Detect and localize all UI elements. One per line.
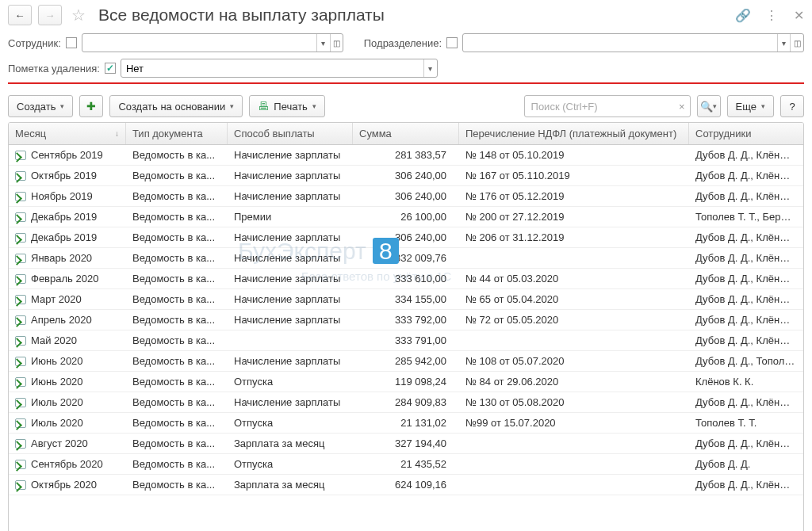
- cell-method: Начисление зарплаты: [228, 269, 353, 288]
- dept-filter-input[interactable]: [463, 37, 777, 49]
- cell-ndfl: [459, 454, 689, 474]
- cell-ndfl: № 167 от 05.110.2019: [459, 166, 689, 185]
- close-icon[interactable]: ✕: [794, 8, 804, 23]
- cell-sum: 21 435,52: [353, 454, 459, 474]
- cell-type: Ведомость в ка...: [126, 248, 228, 268]
- cell-ndfl: № 148 от 05.10.2019: [459, 145, 689, 165]
- delmark-filter-combo[interactable]: ▾: [121, 59, 438, 78]
- nav-forward-button[interactable]: →: [38, 5, 62, 25]
- print-button[interactable]: 🖶 Печать ▾: [249, 95, 325, 117]
- link-icon[interactable]: 🔗: [735, 8, 751, 23]
- search-box[interactable]: ×: [524, 95, 691, 117]
- table-row[interactable]: Июль 2020Ведомость в ка...Начисление зар…: [9, 392, 803, 413]
- col-header-employees[interactable]: Сотрудники: [689, 123, 802, 144]
- create-button[interactable]: Создать ▾: [8, 95, 73, 117]
- cell-sum: 26 100,00: [353, 207, 459, 227]
- employee-filter-checkbox[interactable]: [66, 37, 77, 48]
- document-icon: [15, 212, 26, 222]
- delmark-combo-dropdown-icon[interactable]: ▾: [423, 59, 437, 77]
- table-row[interactable]: Февраль 2020Ведомость в ка...Начисление …: [9, 269, 803, 289]
- dept-combo-open-icon[interactable]: ◫: [790, 34, 803, 52]
- table-row[interactable]: Март 2020Ведомость в ка...Начисление зар…: [9, 289, 803, 310]
- find-button[interactable]: 🔍▾: [697, 95, 721, 117]
- delmark-filter-input[interactable]: [121, 63, 423, 74]
- cell-month: Июль 2020: [9, 413, 126, 433]
- cell-employees: Клёнов К. К.: [689, 372, 802, 392]
- cell-month: Май 2020: [9, 330, 126, 350]
- cell-employees: Дубов Д. Д., Клёнов К.: [689, 434, 802, 453]
- cell-employees: Дубов Д. Д., Клёнов К.: [689, 186, 802, 206]
- more-button-label: Еще: [736, 101, 756, 113]
- search-clear-icon[interactable]: ×: [674, 101, 690, 113]
- kebab-menu-icon[interactable]: ⋮: [765, 8, 778, 23]
- cell-employees: Дубов Д. Д.: [689, 454, 802, 474]
- cell-method: Начисление зарплаты: [228, 392, 353, 412]
- delmark-filter-label: Пометка удаления:: [8, 63, 100, 74]
- table-row[interactable]: Май 2020Ведомость в ка...333 791,00Дубов…: [9, 330, 803, 351]
- cell-employees: Дубов Д. Д., Клёнов К.: [689, 248, 802, 268]
- employee-combo-dropdown-icon[interactable]: ▾: [316, 34, 329, 52]
- document-icon: [15, 439, 26, 449]
- cell-employees: Дубов Д. Д., Клёнов К.: [689, 166, 802, 185]
- cell-method: [228, 330, 353, 350]
- printer-icon: 🖶: [258, 100, 269, 113]
- cell-sum: 306 240,00: [353, 227, 459, 247]
- cell-sum: 333 792,00: [353, 310, 459, 330]
- cell-ndfl: № 206 от 31.12.2019: [459, 227, 689, 247]
- document-icon: [15, 192, 26, 201]
- cell-month: Октябрь 2020: [9, 475, 126, 495]
- cell-type: Ведомость в ка...: [126, 454, 228, 474]
- cell-method: Начисление зарплаты: [228, 351, 353, 371]
- create-document-button[interactable]: ✚: [79, 95, 103, 117]
- employee-combo-open-icon[interactable]: ◫: [330, 34, 343, 52]
- document-icon: [15, 336, 26, 346]
- table-row[interactable]: Декабрь 2019Ведомость в ка...Премии26 10…: [9, 207, 803, 227]
- col-header-month[interactable]: Месяц↓: [9, 123, 126, 144]
- nav-back-button[interactable]: ←: [8, 5, 32, 25]
- employee-filter-input[interactable]: [82, 37, 317, 49]
- col-header-method[interactable]: Способ выплаты: [228, 123, 353, 144]
- cell-employees: Дубов Д. Д., Клёнов К.: [689, 330, 802, 350]
- col-header-ndfl[interactable]: Перечисление НДФЛ (платежный документ): [459, 123, 689, 144]
- col-header-type[interactable]: Тип документа: [126, 123, 228, 144]
- col-header-sum[interactable]: Сумма: [353, 123, 459, 144]
- cell-employees: Дубов Д. Д., Тополев Т.: [689, 351, 802, 371]
- cell-sum: 624 109,16: [353, 475, 459, 495]
- employee-filter-combo[interactable]: ▾ ◫: [82, 33, 343, 52]
- employee-filter-label: Сотрудник:: [8, 37, 61, 49]
- favorite-star-icon[interactable]: ☆: [71, 6, 86, 25]
- cell-method: Отпуска: [228, 372, 353, 392]
- cell-month: Март 2020: [9, 289, 126, 309]
- table-row[interactable]: Сентябрь 2020Ведомость в ка...Отпуска21 …: [9, 454, 803, 475]
- table-row[interactable]: Январь 2020Ведомость в ка...Начисление з…: [9, 248, 803, 269]
- magnifier-icon: 🔍: [700, 101, 713, 113]
- table-row[interactable]: Июль 2020Ведомость в ка...Отпуска21 131,…: [9, 413, 803, 434]
- cell-month: Октябрь 2019: [9, 166, 126, 185]
- table-row[interactable]: Август 2020Ведомость в ка...Зарплата за …: [9, 434, 803, 454]
- cell-sum: 284 909,83: [353, 392, 459, 412]
- dept-filter-combo[interactable]: ▾ ◫: [462, 33, 804, 52]
- table-row[interactable]: Апрель 2020Ведомость в ка...Начисление з…: [9, 310, 803, 330]
- cell-type: Ведомость в ка...: [126, 207, 228, 227]
- print-button-label: Печать: [274, 101, 308, 113]
- search-input[interactable]: [525, 101, 674, 113]
- dept-combo-dropdown-icon[interactable]: ▾: [777, 34, 791, 52]
- dept-filter-checkbox[interactable]: [446, 37, 458, 48]
- table-row[interactable]: Октябрь 2020Ведомость в ка...Зарплата за…: [9, 475, 803, 495]
- cell-month: Сентябрь 2020: [9, 454, 126, 474]
- document-icon: [15, 377, 26, 387]
- delmark-filter-checkbox[interactable]: [105, 63, 116, 74]
- help-button[interactable]: ?: [780, 95, 804, 117]
- create-based-button[interactable]: Создать на основании ▾: [109, 95, 243, 117]
- more-button[interactable]: Еще ▾: [727, 95, 774, 117]
- document-icon: [15, 418, 26, 428]
- table-row[interactable]: Июнь 2020Ведомость в ка...Отпуска119 098…: [9, 372, 803, 392]
- table-row[interactable]: Сентябрь 2019Ведомость в ка...Начисление…: [9, 145, 803, 166]
- table-row[interactable]: Июнь 2020Ведомость в ка...Начисление зар…: [9, 351, 803, 372]
- table-row[interactable]: Декабрь 2019Ведомость в ка...Начисление …: [9, 227, 803, 248]
- table-row[interactable]: Октябрь 2019Ведомость в ка...Начисление …: [9, 166, 803, 186]
- cell-type: Ведомость в ка...: [126, 269, 228, 288]
- dept-filter-label: Подразделение:: [364, 37, 442, 49]
- table-row[interactable]: Ноябрь 2019Ведомость в ка...Начисление з…: [9, 186, 803, 207]
- sort-indicator-icon: ↓: [115, 129, 119, 138]
